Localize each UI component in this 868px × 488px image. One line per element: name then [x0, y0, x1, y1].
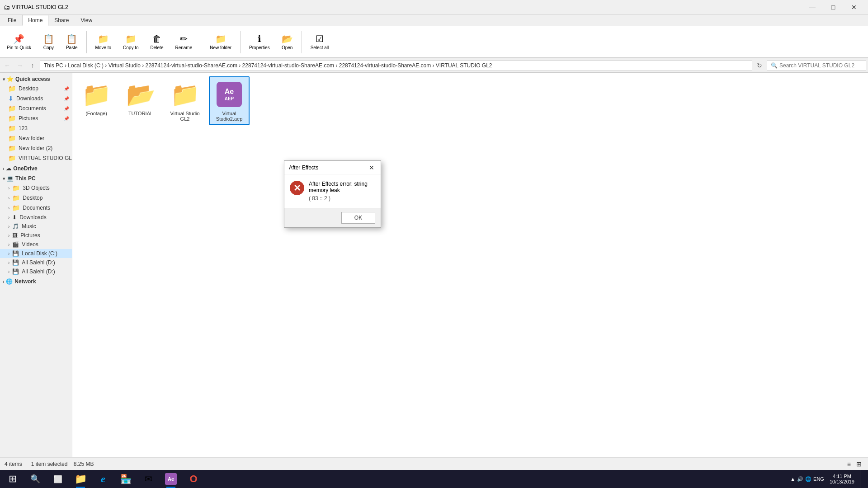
ribbon-properties-btn[interactable]: ℹ Properties [246, 31, 273, 52]
sidebar-item-3d-objects[interactable]: › 📁 3D Objects [0, 183, 72, 193]
sidebar-item-desktop[interactable]: 📁 Desktop 📌 [0, 84, 72, 94]
sidebar: ▾ ⭐ Quick access 📁 Desktop 📌 ⬇ Downloads… [0, 73, 72, 476]
sidebar-item-videos[interactable]: › 🎬 Videos [0, 240, 72, 249]
expand-icon: › [8, 260, 9, 265]
sidebar-item-label: Videos [22, 241, 38, 248]
sidebar-item-pictures[interactable]: 📁 Pictures 📌 [0, 113, 72, 123]
ribbon-open-btn[interactable]: 📂 Open [278, 31, 296, 52]
ribbon-move-btn[interactable]: 📁 Move to [92, 31, 115, 52]
ribbon-copy-btn[interactable]: 📋 Copy [40, 31, 57, 52]
taskbar-search-button[interactable]: 🔍 [24, 470, 46, 488]
sidebar-item-pictures-pc[interactable]: › 🖼 Pictures [0, 231, 72, 240]
this-pc-header[interactable]: ▾ 💻 This PC [0, 174, 72, 183]
sidebar-item-123[interactable]: 📁 123 [0, 123, 72, 133]
folder-icon: 📁 [8, 105, 16, 112]
network-header[interactable]: › 🌐 Network [0, 277, 72, 286]
refresh-button[interactable]: ↻ [754, 60, 765, 71]
ae-taskbar-icon: Ae [165, 473, 177, 485]
onedrive-icon: ☁ [6, 165, 11, 172]
dialog-close-button[interactable]: ✕ [367, 163, 376, 172]
sidebar-item-documents-pc[interactable]: › 📁 Documents [0, 203, 72, 213]
sidebar-item-ali-salehi-d2[interactable]: › 💾 Ali Salehi (D:) [0, 267, 72, 276]
volume-icon[interactable]: 🔊 [797, 476, 803, 482]
taskbar-store-app[interactable]: 🏪 [115, 470, 137, 488]
sidebar-item-downloads-pc[interactable]: › ⬇ Downloads [0, 213, 72, 222]
taskbar-clock[interactable]: 4:11 PM 10/13/2019 [826, 472, 858, 486]
tab-home[interactable]: Home [22, 15, 48, 26]
ribbon-select-all-btn[interactable]: ☑ Select all [307, 31, 332, 52]
aep-file-icon: Ae AEP [217, 82, 242, 107]
close-button[interactable]: ✕ [844, 0, 864, 14]
ribbon-pin-btn[interactable]: 📌 Pin to Quick [4, 31, 34, 52]
sidebar-item-label: Desktop [19, 85, 38, 92]
onedrive-label: OneDrive [13, 165, 37, 172]
sidebar-item-label: 123 [19, 125, 28, 131]
sidebar-item-label: New folder [19, 135, 44, 141]
sidebar-item-new-folder[interactable]: 📁 New folder [0, 133, 72, 143]
onedrive-header[interactable]: › ☁ OneDrive [0, 164, 72, 173]
file-item-aep[interactable]: Ae AEP Virtual Studio2.aep [209, 76, 250, 125]
dialog-ok-button[interactable]: OK [341, 212, 375, 224]
sidebar-item-new-folder-2[interactable]: 📁 New folder (2) [0, 143, 72, 153]
folder-icon: 📁 [12, 194, 20, 202]
pictures-icon: 🖼 [12, 232, 18, 239]
file-item-virtual-studio-gl2[interactable]: 📁 Virtual Studio GL2 [165, 76, 205, 125]
videos-icon: 🎬 [12, 241, 19, 248]
back-button[interactable]: ← [2, 60, 13, 71]
details-view-btn[interactable]: ≡ [845, 460, 853, 469]
content-area: 📁 (Footage) 📂 TUTORIAL 📁 Virtual Studio … [72, 73, 868, 476]
sidebar-item-label: 3D Objects [23, 185, 49, 191]
tray-expand-icon[interactable]: ▲ [790, 476, 795, 482]
file-item-tutorial[interactable]: 📂 TUTORIAL [120, 76, 161, 125]
task-view-button[interactable]: ⬜ [47, 470, 69, 488]
taskbar-ae-app[interactable]: Ae [160, 470, 182, 488]
maximize-button[interactable]: □ [823, 0, 844, 14]
search-input[interactable] [779, 62, 862, 69]
quick-access-header[interactable]: ▾ ⭐ Quick access [0, 75, 72, 84]
drive-icon: 💾 [12, 259, 19, 266]
address-path[interactable]: This PC › Local Disk (C:) › Virtual Stud… [40, 60, 752, 71]
ribbon-new-folder-btn[interactable]: 📁 New folder [207, 31, 235, 52]
expand-icon: › [8, 224, 9, 229]
ribbon-rename-btn[interactable]: ✏ Rename [172, 31, 195, 52]
sidebar-item-desktop-pc[interactable]: › 📁 Desktop [0, 193, 72, 203]
folder-icon: 📁 [12, 204, 20, 211]
sidebar-item-ali-salehi-d[interactable]: › 💾 Ali Salehi (D:) [0, 258, 72, 267]
ribbon-copy-to-btn[interactable]: 📁 Copy to [120, 31, 142, 52]
large-icon-view-btn[interactable]: ⊞ [854, 460, 863, 469]
ribbon-paste-btn[interactable]: 📋 Paste [63, 31, 81, 52]
taskbar-edge-app[interactable]: e [92, 470, 114, 488]
sidebar-item-documents[interactable]: 📁 Documents 📌 [0, 103, 72, 113]
taskbar-opera-app[interactable]: O [183, 470, 204, 488]
folder-dl-icon: ⬇ [8, 95, 14, 102]
sidebar-item-music[interactable]: › 🎵 Music [0, 222, 72, 231]
dialog-body: ✕ After Effects error: string memory lea… [284, 174, 381, 208]
folder-icon: 📁 [8, 115, 16, 122]
main-layout: ▾ ⭐ Quick access 📁 Desktop 📌 ⬇ Downloads… [0, 73, 868, 476]
drive-icon: 💾 [12, 268, 19, 275]
folder-icon: 📁 [8, 125, 16, 132]
tab-view[interactable]: View [75, 15, 98, 26]
this-pc-icon: 💻 [7, 175, 14, 182]
show-desktop-button[interactable] [860, 470, 863, 488]
ribbon-delete-btn[interactable]: 🗑 Delete [147, 32, 167, 52]
up-button[interactable]: ↑ [27, 60, 38, 71]
network-tray-icon[interactable]: 🌐 [805, 476, 811, 482]
explorer-icon: 📁 [75, 473, 87, 485]
forward-button[interactable]: → [14, 60, 25, 71]
item-count: 4 items [5, 461, 22, 467]
taskbar-explorer-app[interactable]: 📁 [70, 470, 91, 488]
folder-icon: 📁 [12, 184, 20, 192]
lang-indicator[interactable]: ENG [813, 476, 824, 482]
mail-icon: ✉ [145, 474, 152, 484]
sidebar-item-downloads[interactable]: ⬇ Downloads 📌 [0, 94, 72, 103]
sidebar-item-virtual-studio-gl[interactable]: 📁 VIRTUAL STUDIO GL [0, 153, 72, 163]
start-button[interactable]: ⊞ [2, 470, 24, 488]
sidebar-item-local-disk-c[interactable]: › 💾 Local Disk (C:) [0, 249, 72, 258]
file-item-footage[interactable]: 📁 (Footage) [76, 76, 117, 125]
tab-file[interactable]: File [2, 15, 22, 26]
file-label: (Footage) [85, 111, 107, 116]
tab-share[interactable]: Share [48, 15, 75, 26]
minimize-button[interactable]: — [802, 0, 823, 14]
taskbar-mail-app[interactable]: ✉ [137, 470, 159, 488]
